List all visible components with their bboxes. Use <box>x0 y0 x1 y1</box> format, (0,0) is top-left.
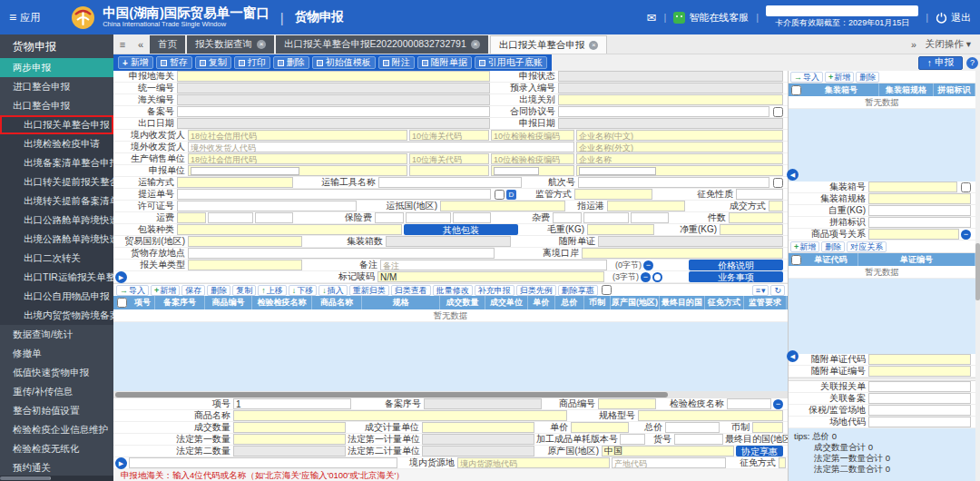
text-input[interactable] <box>868 366 971 377</box>
card-reader-field[interactable] <box>766 5 918 16</box>
text-input[interactable] <box>868 193 971 204</box>
toolbar-button-1[interactable]: 暂存 <box>156 56 192 69</box>
sidebar-item-6[interactable]: 出口转关提前报关整合申报 <box>0 172 113 191</box>
container-toolbar-button-1[interactable]: +新增 <box>825 72 854 83</box>
text-input[interactable] <box>188 153 407 164</box>
header-checkbox[interactable] <box>791 85 801 95</box>
text-input[interactable] <box>208 212 253 223</box>
container-toolbar-button-2[interactable]: 删除 <box>856 72 879 83</box>
declare-button[interactable]: ↑ 申报 <box>918 56 963 70</box>
decl-customs-input[interactable] <box>177 71 490 82</box>
documents-toolbar-button-2[interactable]: 对应关系 <box>847 241 887 252</box>
tab-menu-icon[interactable]: ≡ <box>113 34 132 54</box>
expand-icon[interactable]: ▶ <box>115 457 127 469</box>
text-input[interactable] <box>409 153 489 164</box>
text-input[interactable] <box>409 165 489 176</box>
text-input[interactable] <box>583 212 629 223</box>
collapse-panel-icon[interactable]: ◀ <box>787 350 799 362</box>
text-input[interactable] <box>177 212 206 223</box>
text-input[interactable] <box>177 189 491 200</box>
text-input[interactable] <box>491 130 574 141</box>
text-input[interactable] <box>665 422 720 433</box>
sidebar-item-5[interactable]: 出境备案清单整合申报 <box>0 153 113 172</box>
toolbar-button-4[interactable]: 删除 <box>273 56 309 69</box>
text-input[interactable] <box>868 393 971 404</box>
text-input[interactable] <box>576 130 783 141</box>
text-input[interactable] <box>233 422 346 433</box>
text-input[interactable] <box>457 457 610 468</box>
sidebar-item-8[interactable]: 出口公路舱单跨境快速通关 <box>0 211 113 230</box>
text-input[interactable] <box>375 212 404 223</box>
sidebar-item-7[interactable]: 出境转关提前备案清单整合申报 <box>0 191 113 211</box>
text-input[interactable] <box>598 398 656 409</box>
d-flag-icon[interactable]: D <box>506 190 516 200</box>
sidebar-item-12[interactable]: 出口公自用物品申报 <box>0 287 113 306</box>
text-input[interactable] <box>868 381 971 392</box>
text-input[interactable] <box>177 201 357 211</box>
close-tab-icon[interactable]: × <box>589 41 598 50</box>
other-pack-button[interactable]: 其他包装 <box>404 224 518 235</box>
close-operations-dropdown[interactable]: 关闭操作 ▾ <box>926 38 971 51</box>
text-input[interactable] <box>638 410 783 421</box>
sidebar-item-0[interactable]: 两步申报 <box>0 58 113 77</box>
text-input[interactable] <box>177 177 293 188</box>
horizontal-scrollbar[interactable] <box>113 391 788 398</box>
sidebar-item-11[interactable]: 出口TIR运输报关单整合申报 <box>0 268 113 287</box>
toolbar-button-0[interactable]: +新增 <box>118 56 153 69</box>
business-items-button[interactable]: 业务事项 <box>689 271 783 282</box>
text-input[interactable] <box>188 248 495 259</box>
select-all-checkbox[interactable] <box>602 285 612 295</box>
items-toolbar-button-12[interactable]: 归类先例 <box>516 285 556 296</box>
text-input[interactable] <box>576 142 783 152</box>
minus-icon[interactable]: − <box>641 272 651 282</box>
composite-input[interactable] <box>491 165 574 176</box>
text-input[interactable] <box>177 106 490 117</box>
text-input[interactable] <box>868 229 959 240</box>
text-input[interactable] <box>779 457 786 468</box>
toolbar-button-7[interactable]: 随附单据 <box>417 56 472 69</box>
minus-icon[interactable]: − <box>773 399 783 409</box>
scrollbar-thumb[interactable] <box>115 392 668 398</box>
text-input[interactable] <box>188 260 302 270</box>
items-toolbar-button-8[interactable]: 重新归类 <box>349 285 389 296</box>
text-input[interactable] <box>674 434 723 445</box>
logout-button[interactable]: 退出 <box>936 11 971 25</box>
refresh-button[interactable]: ↻ <box>770 285 785 296</box>
checkbox[interactable] <box>773 107 783 117</box>
mail-icon[interactable]: ✉ <box>647 11 657 25</box>
online-service-link[interactable]: 智能在线客服 <box>673 11 749 25</box>
text-input[interactable] <box>736 189 783 200</box>
items-toolbar-button-1[interactable]: +新增 <box>151 285 180 296</box>
scrollbar-thumb[interactable] <box>975 243 980 300</box>
text-input[interactable] <box>129 457 397 468</box>
text-input[interactable] <box>558 94 783 105</box>
items-toolbar-button-9[interactable]: 归类查看 <box>391 285 431 296</box>
text-input[interactable] <box>571 422 629 433</box>
toolbar-button-5[interactable]: 初始值模板 <box>312 56 376 69</box>
inner-input[interactable] <box>494 167 539 175</box>
sidebar-item-10[interactable]: 出口二次转关 <box>0 249 113 268</box>
text-input[interactable] <box>553 212 582 223</box>
text-input[interactable] <box>574 189 652 200</box>
text-input[interactable] <box>769 201 783 211</box>
price-note-button[interactable]: 价格说明 <box>689 260 783 270</box>
header-checkbox[interactable] <box>117 298 127 308</box>
items-toolbar-button-3[interactable]: 删除 <box>207 285 230 296</box>
items-toolbar-button-0[interactable]: →导入 <box>116 285 149 296</box>
sidebar-item-18[interactable]: 整合初始值设置 <box>0 401 113 420</box>
sidebar-item-4[interactable]: 出境检验检疫申请 <box>0 134 113 153</box>
text-input[interactable] <box>578 177 769 188</box>
text-input[interactable] <box>582 248 783 259</box>
agreement-benefit-button[interactable]: 协定享惠 <box>736 446 783 456</box>
text-input[interactable] <box>587 224 654 235</box>
text-input[interactable] <box>868 405 971 416</box>
checkbox[interactable] <box>495 190 505 200</box>
sidebar-item-3[interactable]: 出口报关单整合申报 <box>0 115 113 134</box>
text-input[interactable] <box>177 224 402 235</box>
text-input[interactable] <box>188 142 574 152</box>
text-input[interactable] <box>233 410 567 421</box>
sidebar-item-13[interactable]: 出境内贸货物跨境备案清单 <box>0 306 113 325</box>
toolbar-button-3[interactable]: 打印 <box>234 56 270 69</box>
sidebar-item-20[interactable]: 检验检疫无纸化 <box>0 439 113 458</box>
checkbox[interactable] <box>773 178 783 188</box>
